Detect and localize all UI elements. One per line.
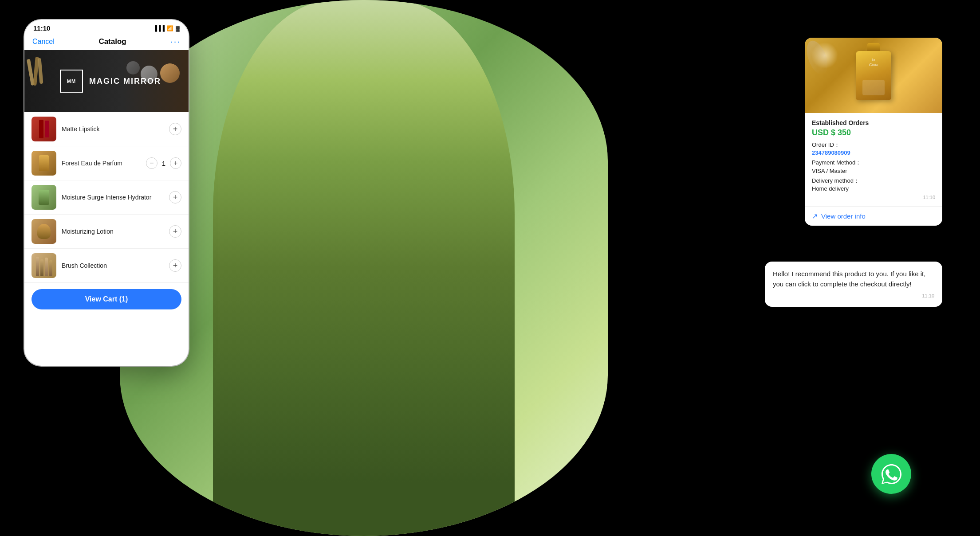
increase-perfume-button[interactable]: +: [170, 157, 181, 169]
whatsapp-button[interactable]: [871, 454, 911, 494]
product-item-brush: Brush Collection +: [24, 249, 189, 283]
phone-mockup: 11:10 ▐▐▐ 📶 ▓ Cancel Catalog ··· MM: [24, 20, 189, 366]
delivery-value: Home delivery: [812, 185, 849, 192]
nav-bar: Cancel Catalog ···: [24, 35, 189, 50]
payment-row: Payment Method： VISA / Master: [812, 159, 935, 175]
product-list: Matte Lipstick + Forest Eau de Parfum − …: [24, 112, 189, 283]
product-thumb-perfume: [31, 151, 56, 176]
product-action-lipstick: +: [169, 123, 181, 135]
store-name: MAGIC MIRROR: [89, 77, 161, 86]
decrease-perfume-button[interactable]: −: [146, 157, 157, 169]
product-name-lipstick: Matte Lipstick: [62, 125, 164, 133]
order-product-image: laGioia: [805, 38, 942, 113]
chat-time: 11:10: [773, 292, 934, 300]
battery-icon: ▓: [176, 25, 180, 31]
cancel-button[interactable]: Cancel: [32, 38, 55, 46]
payment-label: Payment Method：: [812, 159, 861, 166]
product-item-hydrator: Moisture Surge Intense Hydrator +: [24, 180, 189, 215]
established-orders-label: Established Orders: [812, 119, 935, 126]
chat-message: Hello! I recommend this product to you. …: [773, 270, 925, 288]
delivery-row: Delivery method： Home delivery: [812, 177, 935, 193]
add-lotion-button[interactable]: +: [169, 225, 181, 238]
store-header: MM MAGIC MIRROR: [24, 50, 189, 112]
product-name-hydrator: Moisture Surge Intense Hydrator: [62, 193, 164, 201]
add-hydrator-button[interactable]: +: [169, 191, 181, 203]
payment-value: VISA / Master: [812, 168, 847, 174]
hero-background: [120, 0, 608, 536]
product-item-lotion: Moisturizing Lotion +: [24, 215, 189, 249]
product-thumb-lipstick: [31, 117, 56, 141]
order-price: USD $ 350: [812, 128, 935, 137]
order-card: laGioia Established Orders USD $ 350 Ord…: [805, 38, 942, 226]
product-name-lotion: Moisturizing Lotion: [62, 227, 164, 235]
product-name-perfume: Forest Eau de Parfum: [62, 159, 141, 167]
perfume-cap: [867, 43, 880, 51]
more-options-button[interactable]: ···: [170, 36, 181, 47]
product-thumb-hydrator: [31, 185, 56, 210]
quantity-perfume: 1: [160, 160, 167, 167]
product-item-lipstick: Matte Lipstick +: [24, 112, 189, 146]
person-background: [213, 0, 515, 536]
add-lipstick-button[interactable]: +: [169, 123, 181, 135]
quantity-controls-perfume: − 1 +: [146, 157, 181, 169]
product-item-perfume: Forest Eau de Parfum − 1 +: [24, 146, 189, 180]
view-order-label: View order info: [821, 212, 866, 220]
product-name-brush: Brush Collection: [62, 262, 164, 270]
order-id-label: Order ID：: [812, 141, 840, 148]
order-id-row: Order ID： 234789080909: [812, 141, 935, 157]
external-link-icon: ↗: [812, 212, 818, 220]
signal-icon: ▐▐▐: [153, 25, 165, 31]
store-header-background: MM MAGIC MIRROR: [24, 50, 189, 112]
view-cart-button[interactable]: View Cart (1): [31, 289, 181, 309]
catalog-title: Catalog: [98, 37, 126, 46]
view-order-button[interactable]: ↗ View order info: [805, 206, 942, 226]
add-brush-button[interactable]: +: [169, 259, 181, 272]
order-time: 11:10: [812, 195, 935, 200]
product-thumb-lotion: [31, 219, 56, 244]
status-time: 11:10: [33, 24, 50, 32]
product-action-brush: +: [169, 259, 181, 272]
order-id-value: 234789080909: [812, 149, 850, 156]
product-thumb-brush: [31, 253, 56, 278]
status-bar: 11:10 ▐▐▐ 📶 ▓: [24, 20, 189, 35]
status-icons: ▐▐▐ 📶 ▓: [153, 25, 180, 31]
store-logo: MM: [60, 70, 83, 93]
chat-bubble: Hello! I recommend this product to you. …: [765, 262, 942, 307]
delivery-label: Delivery method：: [812, 177, 859, 184]
wifi-icon: 📶: [167, 25, 173, 31]
product-action-lotion: +: [169, 225, 181, 238]
order-details: Established Orders USD $ 350 Order ID： 2…: [805, 113, 942, 206]
product-action-hydrator: +: [169, 191, 181, 203]
whatsapp-icon: [879, 462, 904, 486]
perfume-bottle: laGioia: [856, 51, 891, 100]
